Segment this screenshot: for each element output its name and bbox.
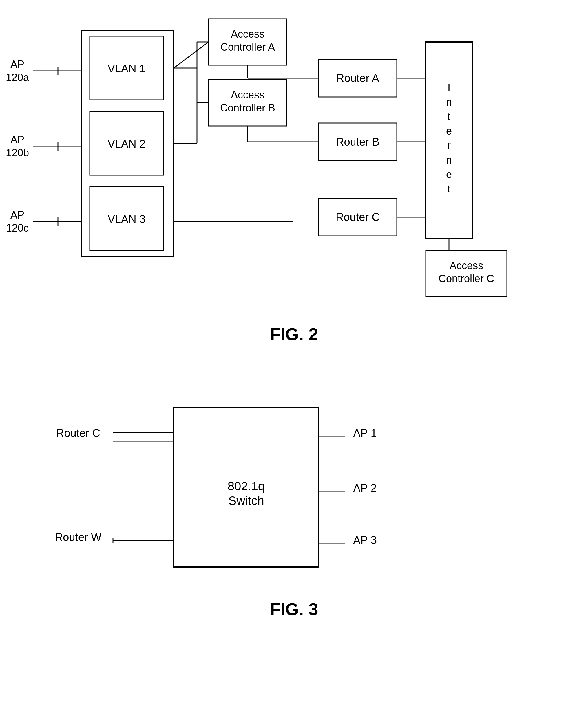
svg-text:I: I [447,82,450,94]
svg-text:Router B: Router B [336,136,379,148]
svg-text:Router C: Router C [56,427,100,439]
fig3-diagram: 802.1q Switch Router C Router W AP 1 AP … [0,364,588,625]
svg-text:AP: AP [10,209,24,221]
svg-text:AP 3: AP 3 [353,534,377,546]
svg-text:120a: 120a [6,71,29,83]
svg-text:r: r [447,139,451,152]
svg-text:VLAN 2: VLAN 2 [108,138,146,150]
svg-text:t: t [447,111,450,122]
svg-text:Router A: Router A [336,72,379,84]
svg-text:Access: Access [449,260,483,272]
fig2-diagram: VLAN 1 VLAN 2 VLAN 3 AP 120a AP 120b AP … [0,0,588,318]
fig3-label: FIG. 3 [0,599,588,619]
svg-text:802.1q: 802.1q [228,479,265,493]
svg-text:VLAN 3: VLAN 3 [108,213,146,225]
fig2-label: FIG. 2 [0,318,588,356]
svg-text:Controller A: Controller A [220,41,275,53]
svg-text:AP: AP [10,58,24,70]
svg-text:120c: 120c [6,222,29,234]
svg-text:n: n [446,96,452,108]
svg-text:Access: Access [231,89,264,101]
svg-text:Controller C: Controller C [438,273,494,285]
svg-text:e: e [446,169,452,180]
svg-text:t: t [447,183,450,195]
svg-text:Access: Access [231,28,264,40]
svg-line-25 [174,42,209,68]
svg-text:n: n [446,154,452,166]
svg-text:Controller B: Controller B [220,102,275,114]
svg-text:VLAN 1: VLAN 1 [108,63,146,75]
svg-text:Switch: Switch [228,494,264,508]
svg-text:Router W: Router W [55,531,102,543]
svg-text:Router C: Router C [336,211,380,223]
svg-text:e: e [446,125,452,137]
svg-text:AP 1: AP 1 [353,427,377,439]
svg-text:120b: 120b [6,147,29,159]
svg-text:AP 2: AP 2 [353,482,377,494]
svg-text:AP: AP [10,134,24,145]
